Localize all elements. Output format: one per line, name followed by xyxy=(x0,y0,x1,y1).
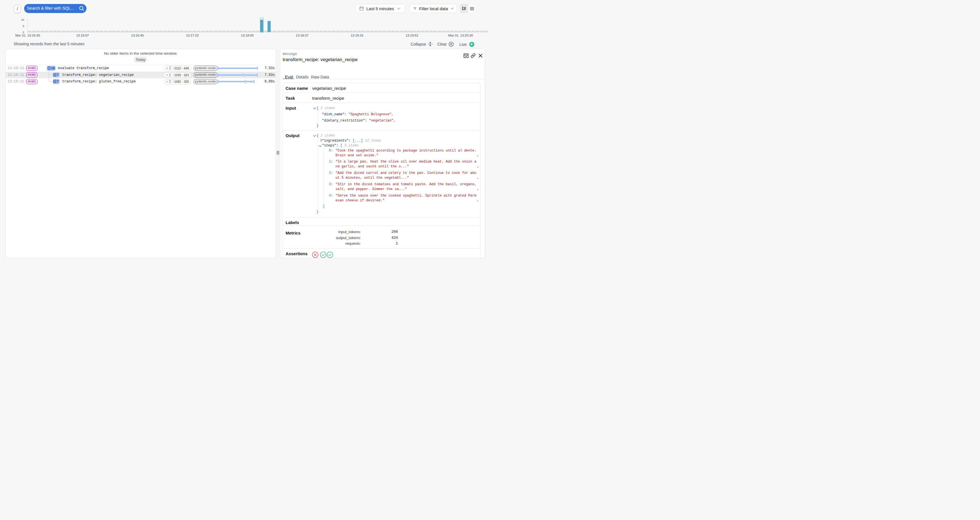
svg-text:13:18:37: 13:18:37 xyxy=(296,34,309,37)
svg-text:Mar 31. 13:20:30: Mar 31. 13:20:30 xyxy=(448,34,473,37)
svg-text:5: 5 xyxy=(23,24,24,27)
svg-text:13:17:22: 13:17:22 xyxy=(186,34,199,37)
svg-text:13:16:07: 13:16:07 xyxy=(76,34,89,37)
svg-text:13:19:15: 13:19:15 xyxy=(351,34,364,37)
svg-text:13:18:00: 13:18:00 xyxy=(241,34,254,37)
svg-text:Mar 31. 13:15:30: Mar 31. 13:15:30 xyxy=(15,34,40,37)
svg-text:13:19:52: 13:19:52 xyxy=(406,34,418,37)
svg-text:10: 10 xyxy=(21,18,24,21)
svg-text:0: 0 xyxy=(23,30,24,34)
svg-text:13:16:45: 13:16:45 xyxy=(131,34,144,37)
